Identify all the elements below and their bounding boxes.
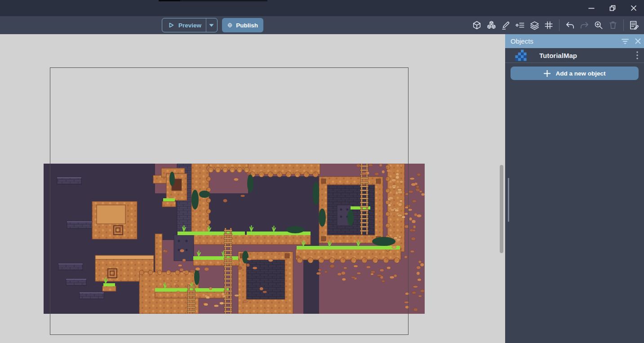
add-object-button[interactable]: Add a new object [511, 67, 639, 80]
minimize-button[interactable] [581, 0, 602, 16]
delete-button[interactable] [608, 20, 618, 31]
publish-label: Publish [236, 22, 258, 29]
kebab-menu-icon [636, 51, 638, 59]
redo-button[interactable] [579, 20, 590, 31]
play-icon [168, 22, 175, 29]
titlebar-strip [159, 0, 267, 1]
preview-button-main[interactable]: Preview [162, 22, 206, 29]
pencil-icon [501, 20, 511, 30]
instances-list-icon [515, 20, 525, 30]
object-name: TutorialMap [539, 52, 631, 59]
preview-label: Preview [178, 22, 201, 29]
edit-properties-button[interactable] [500, 20, 511, 31]
window-controls [581, 0, 644, 16]
minimize-icon [588, 4, 595, 12]
scene-tilemap-instance[interactable] [44, 164, 425, 314]
zoom-button[interactable] [593, 20, 604, 31]
restore-icon [609, 4, 616, 12]
undo-icon [565, 20, 575, 31]
restore-button[interactable] [602, 0, 623, 16]
objects-panel: Objects [505, 34, 644, 343]
add-object-label: Add a new object [555, 70, 605, 77]
trash-icon [608, 20, 618, 30]
object-list-item[interactable]: TutorialMap [505, 48, 644, 63]
close-button[interactable] [623, 0, 644, 16]
chevron-down-icon [209, 24, 214, 27]
tilemap-art [44, 164, 425, 314]
canvas-vertical-scrollbar[interactable] [500, 165, 503, 253]
cube-icon [472, 20, 482, 30]
scene-editor-canvas[interactable] [0, 34, 505, 343]
events-sheet-button[interactable] [629, 20, 640, 31]
toggle-grid-button[interactable] [543, 20, 554, 31]
object-groups-icon [486, 20, 497, 31]
grid-icon [544, 20, 554, 30]
panel-scrollbar[interactable] [508, 178, 509, 222]
object-groups-button[interactable] [486, 20, 497, 31]
filter-button[interactable] [619, 34, 631, 48]
undo-button[interactable] [564, 20, 575, 31]
preview-button[interactable]: Preview [162, 18, 218, 32]
zoom-in-icon [594, 20, 604, 30]
publish-button[interactable]: Publish [222, 18, 263, 32]
objects-panel-header: Objects [505, 34, 644, 48]
tilemap-thumbnail-icon [515, 49, 527, 61]
objects-panel-title: Objects [505, 37, 619, 45]
close-icon [635, 38, 641, 44]
toolbar: Preview Publish [0, 16, 644, 34]
toolbar-separator [559, 19, 560, 31]
preview-dropdown-button[interactable] [206, 24, 217, 27]
titlebar [0, 0, 644, 16]
events-sheet-icon [629, 20, 640, 31]
toolbar-icons [471, 16, 644, 34]
object-menu-button[interactable] [631, 48, 644, 63]
redo-icon [579, 20, 590, 31]
panel-close-button[interactable] [631, 34, 644, 48]
layers-panel-button[interactable] [529, 20, 540, 31]
filter-icon [622, 39, 629, 44]
objects-editor-button[interactable] [471, 20, 482, 31]
instances-list-button[interactable] [515, 20, 525, 31]
layers-icon [529, 20, 540, 31]
toolbar-separator [623, 19, 624, 31]
plus-icon [543, 70, 551, 77]
globe-icon [227, 21, 232, 29]
close-icon [630, 4, 637, 12]
